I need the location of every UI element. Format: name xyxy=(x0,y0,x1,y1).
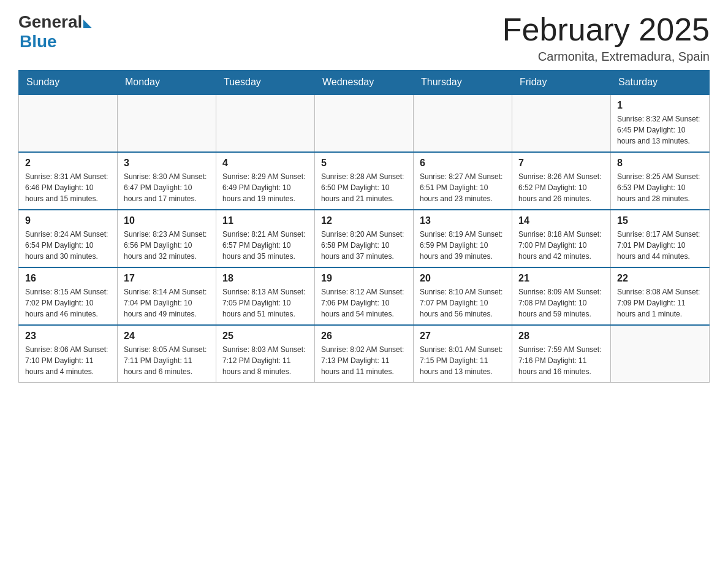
calendar-cell: 17Sunrise: 8:14 AM Sunset: 7:04 PM Dayli… xyxy=(118,267,216,325)
calendar-cell: 26Sunrise: 8:02 AM Sunset: 7:13 PM Dayli… xyxy=(315,325,414,383)
page-header: General Blue February 2025 Carmonita, Ex… xyxy=(18,12,710,64)
day-info: Sunrise: 8:03 AM Sunset: 7:12 PM Dayligh… xyxy=(222,344,308,377)
day-info: Sunrise: 8:27 AM Sunset: 6:51 PM Dayligh… xyxy=(420,171,506,204)
day-info: Sunrise: 8:25 AM Sunset: 6:53 PM Dayligh… xyxy=(617,171,703,204)
calendar-cell: 22Sunrise: 8:08 AM Sunset: 7:09 PM Dayli… xyxy=(611,267,710,325)
day-info: Sunrise: 8:24 AM Sunset: 6:54 PM Dayligh… xyxy=(25,229,111,262)
day-number: 4 xyxy=(222,158,308,169)
day-info: Sunrise: 8:20 AM Sunset: 6:58 PM Dayligh… xyxy=(321,229,407,262)
weekday-header-tuesday: Tuesday xyxy=(216,71,315,95)
title-block: February 2025 Carmonita, Extremadura, Sp… xyxy=(502,12,710,64)
day-number: 28 xyxy=(518,331,604,342)
calendar-title: February 2025 xyxy=(502,12,710,47)
calendar-cell: 21Sunrise: 8:09 AM Sunset: 7:08 PM Dayli… xyxy=(512,267,611,325)
weekday-header-row: SundayMondayTuesdayWednesdayThursdayFrid… xyxy=(19,71,710,95)
day-number: 24 xyxy=(124,331,210,342)
calendar-cell: 13Sunrise: 8:19 AM Sunset: 6:59 PM Dayli… xyxy=(414,210,512,267)
day-number: 3 xyxy=(124,158,210,169)
day-number: 21 xyxy=(518,273,604,284)
day-number: 25 xyxy=(222,331,308,342)
day-number: 22 xyxy=(617,273,703,284)
day-number: 16 xyxy=(25,273,111,284)
calendar-cell: 8Sunrise: 8:25 AM Sunset: 6:53 PM Daylig… xyxy=(611,152,710,210)
calendar-cell: 27Sunrise: 8:01 AM Sunset: 7:15 PM Dayli… xyxy=(414,325,512,383)
day-number: 9 xyxy=(25,215,111,226)
weekday-header-monday: Monday xyxy=(118,71,216,95)
day-number: 15 xyxy=(617,215,703,226)
day-info: Sunrise: 8:14 AM Sunset: 7:04 PM Dayligh… xyxy=(124,286,210,320)
calendar-cell xyxy=(414,94,512,152)
day-info: Sunrise: 8:05 AM Sunset: 7:11 PM Dayligh… xyxy=(124,344,210,377)
logo-blue-text: Blue xyxy=(20,32,57,52)
week-row-3: 9Sunrise: 8:24 AM Sunset: 6:54 PM Daylig… xyxy=(19,210,710,267)
day-number: 23 xyxy=(25,331,111,342)
calendar-cell xyxy=(118,94,216,152)
logo-blue-part xyxy=(82,16,92,28)
day-info: Sunrise: 8:09 AM Sunset: 7:08 PM Dayligh… xyxy=(518,286,604,320)
calendar-cell: 16Sunrise: 8:15 AM Sunset: 7:02 PM Dayli… xyxy=(19,267,118,325)
calendar-cell: 14Sunrise: 8:18 AM Sunset: 7:00 PM Dayli… xyxy=(512,210,611,267)
logo-general-text: General xyxy=(18,12,82,32)
day-number: 20 xyxy=(420,273,506,284)
calendar-table: SundayMondayTuesdayWednesdayThursdayFrid… xyxy=(18,70,710,383)
calendar-cell: 4Sunrise: 8:29 AM Sunset: 6:49 PM Daylig… xyxy=(216,152,315,210)
day-number: 10 xyxy=(124,215,210,226)
calendar-cell: 3Sunrise: 8:30 AM Sunset: 6:47 PM Daylig… xyxy=(118,152,216,210)
day-number: 11 xyxy=(222,215,308,226)
day-number: 7 xyxy=(518,158,604,169)
day-info: Sunrise: 8:01 AM Sunset: 7:15 PM Dayligh… xyxy=(420,344,506,377)
calendar-cell: 23Sunrise: 8:06 AM Sunset: 7:10 PM Dayli… xyxy=(19,325,118,383)
day-info: Sunrise: 8:18 AM Sunset: 7:00 PM Dayligh… xyxy=(518,229,604,262)
calendar-cell: 18Sunrise: 8:13 AM Sunset: 7:05 PM Dayli… xyxy=(216,267,315,325)
week-row-5: 23Sunrise: 8:06 AM Sunset: 7:10 PM Dayli… xyxy=(19,325,710,383)
day-info: Sunrise: 8:12 AM Sunset: 7:06 PM Dayligh… xyxy=(321,286,407,320)
day-number: 27 xyxy=(420,331,506,342)
calendar-subtitle: Carmonita, Extremadura, Spain xyxy=(502,50,710,64)
day-number: 2 xyxy=(25,158,111,169)
calendar-cell: 9Sunrise: 8:24 AM Sunset: 6:54 PM Daylig… xyxy=(19,210,118,267)
calendar-cell: 25Sunrise: 8:03 AM Sunset: 7:12 PM Dayli… xyxy=(216,325,315,383)
calendar-cell xyxy=(216,94,315,152)
day-info: Sunrise: 8:15 AM Sunset: 7:02 PM Dayligh… xyxy=(25,286,111,320)
week-row-1: 1Sunrise: 8:32 AM Sunset: 6:45 PM Daylig… xyxy=(19,94,710,152)
calendar-cell: 7Sunrise: 8:26 AM Sunset: 6:52 PM Daylig… xyxy=(512,152,611,210)
day-number: 6 xyxy=(420,158,506,169)
calendar-cell xyxy=(19,94,118,152)
weekday-header-friday: Friday xyxy=(512,71,611,95)
day-info: Sunrise: 8:21 AM Sunset: 6:57 PM Dayligh… xyxy=(222,229,308,262)
calendar-cell: 20Sunrise: 8:10 AM Sunset: 7:07 PM Dayli… xyxy=(414,267,512,325)
weekday-header-wednesday: Wednesday xyxy=(315,71,414,95)
day-info: Sunrise: 8:28 AM Sunset: 6:50 PM Dayligh… xyxy=(321,171,407,204)
day-number: 1 xyxy=(617,100,703,111)
logo: General Blue xyxy=(18,12,92,52)
day-info: Sunrise: 8:10 AM Sunset: 7:07 PM Dayligh… xyxy=(420,286,506,320)
day-info: Sunrise: 8:31 AM Sunset: 6:46 PM Dayligh… xyxy=(25,171,111,204)
day-number: 14 xyxy=(518,215,604,226)
day-number: 26 xyxy=(321,331,407,342)
calendar-cell: 10Sunrise: 8:23 AM Sunset: 6:56 PM Dayli… xyxy=(118,210,216,267)
calendar-cell: 28Sunrise: 7:59 AM Sunset: 7:16 PM Dayli… xyxy=(512,325,611,383)
day-number: 12 xyxy=(321,215,407,226)
calendar-cell: 15Sunrise: 8:17 AM Sunset: 7:01 PM Dayli… xyxy=(611,210,710,267)
day-info: Sunrise: 8:06 AM Sunset: 7:10 PM Dayligh… xyxy=(25,344,111,377)
day-info: Sunrise: 8:29 AM Sunset: 6:49 PM Dayligh… xyxy=(222,171,308,204)
calendar-cell xyxy=(315,94,414,152)
day-number: 18 xyxy=(222,273,308,284)
day-number: 17 xyxy=(124,273,210,284)
week-row-2: 2Sunrise: 8:31 AM Sunset: 6:46 PM Daylig… xyxy=(19,152,710,210)
day-info: Sunrise: 8:02 AM Sunset: 7:13 PM Dayligh… xyxy=(321,344,407,377)
calendar-cell: 2Sunrise: 8:31 AM Sunset: 6:46 PM Daylig… xyxy=(19,152,118,210)
day-info: Sunrise: 8:32 AM Sunset: 6:45 PM Dayligh… xyxy=(617,113,703,147)
calendar-cell xyxy=(611,325,710,383)
calendar-cell xyxy=(512,94,611,152)
calendar-cell: 6Sunrise: 8:27 AM Sunset: 6:51 PM Daylig… xyxy=(414,152,512,210)
weekday-header-saturday: Saturday xyxy=(611,71,710,95)
calendar-cell: 11Sunrise: 8:21 AM Sunset: 6:57 PM Dayli… xyxy=(216,210,315,267)
day-info: Sunrise: 8:13 AM Sunset: 7:05 PM Dayligh… xyxy=(222,286,308,320)
day-info: Sunrise: 7:59 AM Sunset: 7:16 PM Dayligh… xyxy=(518,344,604,377)
day-number: 19 xyxy=(321,273,407,284)
day-number: 5 xyxy=(321,158,407,169)
calendar-cell: 19Sunrise: 8:12 AM Sunset: 7:06 PM Dayli… xyxy=(315,267,414,325)
day-info: Sunrise: 8:17 AM Sunset: 7:01 PM Dayligh… xyxy=(617,229,703,262)
day-info: Sunrise: 8:08 AM Sunset: 7:09 PM Dayligh… xyxy=(617,286,703,320)
